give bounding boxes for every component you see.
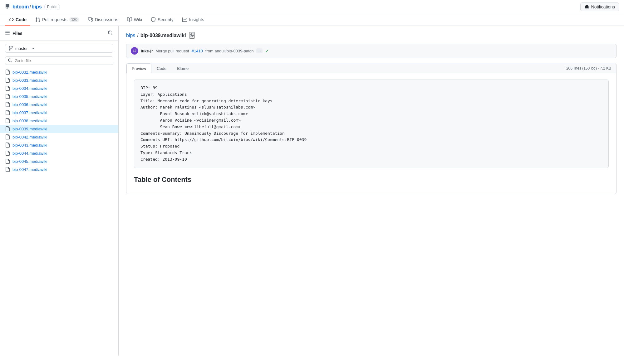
- breadcrumb-current: bip-0039.mediawiki: [140, 33, 186, 38]
- file-name: bip-0042.mediawiki: [12, 135, 47, 139]
- notifications-button[interactable]: Notifications: [580, 2, 619, 11]
- file-icon: [5, 126, 10, 131]
- file-icon: [5, 110, 10, 115]
- list-item[interactable]: bip-0033.mediawiki: [0, 76, 118, 84]
- file-name: bip-0047.mediawiki: [12, 167, 47, 172]
- file-name: bip-0035.mediawiki: [12, 94, 47, 99]
- list-item[interactable]: bip-0032.mediawiki: [0, 68, 118, 76]
- tab-code[interactable]: Code: [5, 14, 30, 26]
- file-view-tabs-bar: Preview Code Blame 206 lines (150 loc) ·…: [126, 63, 616, 73]
- file-name: bip-0038.mediawiki: [12, 119, 47, 123]
- repo-identity: bitcoin/bips Public: [5, 4, 60, 10]
- commit-message: Merge pull request: [155, 49, 189, 53]
- file-name: bip-0045.mediawiki: [12, 159, 47, 164]
- branch-selector[interactable]: master: [5, 44, 113, 53]
- tab-insights-label: Insights: [189, 17, 204, 22]
- content-area: bips / bip-0039.mediawiki LJ luke-jr Mer…: [119, 26, 624, 356]
- list-item[interactable]: bip-0045.mediawiki: [0, 157, 118, 165]
- copy-path-button[interactable]: [189, 32, 195, 39]
- file-icon: [5, 70, 10, 75]
- file-icon: [5, 167, 10, 172]
- tab-pull-requests[interactable]: Pull requests 120: [32, 14, 83, 26]
- code-icon: [9, 17, 14, 22]
- commit-check-icon: ✓: [265, 48, 269, 54]
- commit-dots[interactable]: ···: [256, 48, 263, 53]
- repo-full-name[interactable]: bitcoin/bips: [12, 4, 42, 10]
- avatar: LJ: [131, 47, 138, 55]
- branch-name: master: [15, 46, 28, 51]
- repo-icon: [5, 4, 10, 10]
- file-search-box: [5, 56, 113, 65]
- file-icon: [5, 78, 10, 83]
- breadcrumb-parent[interactable]: bips: [126, 33, 135, 38]
- search-button[interactable]: [107, 30, 113, 37]
- list-item[interactable]: bip-0036.mediawiki: [0, 100, 118, 109]
- pull-request-icon: [35, 17, 40, 22]
- tab-security-label: Security: [158, 17, 174, 22]
- file-meta: 206 lines (150 loc) · 7.2 KB: [566, 66, 616, 70]
- toc-title: Table of Contents: [134, 176, 609, 184]
- list-item[interactable]: bip-0034.mediawiki: [0, 84, 118, 92]
- tab-discussions[interactable]: Discussions: [84, 14, 122, 26]
- file-name: bip-0037.mediawiki: [12, 110, 47, 115]
- commit-info: LJ luke-jr Merge pull request #1410 from…: [126, 44, 617, 58]
- main-layout: Files master: [0, 26, 624, 356]
- list-item[interactable]: bip-0039.mediawiki: [0, 125, 118, 133]
- tab-discussions-label: Discussions: [95, 17, 118, 22]
- file-name: bip-0033.mediawiki: [12, 78, 47, 83]
- list-item[interactable]: bip-0035.mediawiki: [0, 92, 118, 100]
- sidebar-header-left: Files: [5, 30, 22, 36]
- security-icon: [151, 17, 156, 22]
- list-item[interactable]: bip-0043.mediawiki: [0, 141, 118, 149]
- tab-wiki[interactable]: Wiki: [123, 14, 146, 26]
- copy-icon: [190, 33, 194, 37]
- tab-pr-label: Pull requests: [42, 17, 67, 22]
- file-list: bip-0032.mediawiki bip-0033.mediawiki bi…: [0, 68, 118, 356]
- bell-icon: [584, 4, 589, 9]
- file-name: bip-0043.mediawiki: [12, 143, 47, 148]
- breadcrumb-separator: /: [137, 33, 138, 38]
- visibility-badge: Public: [44, 4, 60, 10]
- go-to-file-input[interactable]: [5, 56, 113, 65]
- tab-insights[interactable]: Insights: [179, 14, 208, 26]
- list-item[interactable]: bip-0044.mediawiki: [0, 149, 118, 157]
- file-viewer: Preview Code Blame 206 lines (150 loc) ·…: [126, 63, 617, 194]
- file-name: bip-0039.mediawiki: [12, 127, 47, 131]
- bip-header-block: BIP: 39 Layer: Applications Title: Mnemo…: [134, 80, 609, 168]
- chevron-down-icon: [31, 46, 36, 51]
- tab-code-view[interactable]: Code: [151, 63, 172, 73]
- list-item[interactable]: bip-0038.mediawiki: [0, 117, 118, 125]
- panel-icon: [5, 30, 10, 36]
- tab-blame[interactable]: Blame: [172, 63, 194, 73]
- file-name: bip-0036.mediawiki: [12, 102, 47, 107]
- pr-badge: 120: [69, 17, 79, 22]
- search-inner-icon: [8, 58, 12, 63]
- tab-security[interactable]: Security: [147, 14, 177, 26]
- file-icon: [5, 102, 10, 107]
- file-icon: [5, 94, 10, 99]
- wiki-icon: [127, 17, 132, 22]
- toc-section: Table of Contents: [134, 176, 609, 184]
- file-icon: [5, 151, 10, 156]
- list-item[interactable]: bip-0042.mediawiki: [0, 133, 118, 141]
- file-sidebar: Files master: [0, 26, 119, 356]
- top-bar: bitcoin/bips Public Notifications: [0, 0, 624, 14]
- notifications-label: Notifications: [591, 4, 615, 9]
- search-icon: [108, 30, 113, 35]
- commit-pr-link[interactable]: #1410: [192, 49, 203, 53]
- branch-icon: [8, 46, 13, 51]
- file-icon: [5, 118, 10, 123]
- file-icon: [5, 143, 10, 148]
- commit-author[interactable]: luke-jr: [141, 49, 153, 53]
- insights-icon: [182, 17, 187, 22]
- list-item[interactable]: bip-0037.mediawiki: [0, 109, 118, 117]
- file-icon: [5, 159, 10, 164]
- discussions-icon: [88, 17, 93, 22]
- bip-header-pre: BIP: 39 Layer: Applications Title: Mnemo…: [140, 85, 602, 163]
- tab-wiki-label: Wiki: [134, 17, 142, 22]
- tab-preview[interactable]: Preview: [126, 63, 151, 73]
- list-item[interactable]: bip-0047.mediawiki: [0, 165, 118, 173]
- nav-tabs: Code Pull requests 120 Discussions Wiki …: [0, 14, 624, 26]
- commit-pr-suffix: from anquii/bip-0039-patch: [205, 49, 254, 53]
- file-name: bip-0034.mediawiki: [12, 86, 47, 91]
